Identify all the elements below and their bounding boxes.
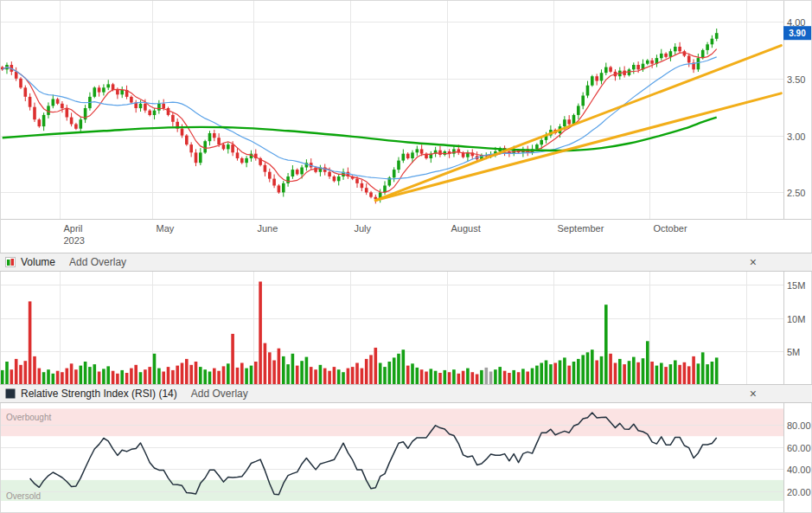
volume-bars-icon <box>5 257 16 267</box>
last-price-tag-value: 3.90 <box>789 29 806 38</box>
rsi-axis-label: 20.00 <box>787 487 811 497</box>
rsi-axis-label: 40.00 <box>787 465 811 475</box>
rsi-swatch-icon <box>5 388 16 399</box>
rsi-add-overlay-link[interactable]: Add Overlay <box>191 388 248 400</box>
stock-chart-widget: 4.003.503.002.50April2023MayJuneJulyAugu… <box>0 0 812 513</box>
oversold-label: Oversold <box>6 491 41 501</box>
volume-axis-label: 15M <box>787 280 805 291</box>
rsi-panel-header: Relative Strength Index (RSI) (14) Add O… <box>0 384 812 403</box>
x-axis-month-label: May <box>157 223 175 234</box>
volume-legend-icon <box>5 257 16 267</box>
x-axis-month-label: April <box>64 223 83 234</box>
volume-bars-layer <box>1 282 719 385</box>
ma-long-line <box>3 118 717 151</box>
x-axis-month-label: September <box>558 223 604 234</box>
x-axis-month-label: June <box>258 223 278 234</box>
overbought-band <box>0 408 783 436</box>
x-axis-month-label: August <box>451 223 481 234</box>
x-axis-month-label: October <box>654 223 687 234</box>
price-chart[interactable]: 4.003.503.002.50April2023MayJuneJulyAugu… <box>0 0 812 253</box>
volume-axis-label: 5M <box>787 347 800 357</box>
trendline-1[interactable] <box>375 46 781 201</box>
ma-slow-line <box>3 57 717 179</box>
volume-chart[interactable]: 15M10M5M <box>0 272 812 384</box>
volume-add-overlay-link[interactable]: Add Overlay <box>69 256 126 268</box>
overbought-label: Overbought <box>6 413 51 422</box>
rsi-axis-label: 80.00 <box>787 420 811 431</box>
rsi-legend-icon <box>5 388 16 399</box>
price-axis-label: 4.00 <box>787 17 805 28</box>
price-axis-label: 3.00 <box>787 131 805 142</box>
rsi-axis-label: 60.00 <box>787 443 811 453</box>
volume-axis-label: 10M <box>787 314 805 324</box>
price-axis-label: 3.50 <box>787 74 805 85</box>
x-axis-month-label: July <box>355 223 372 234</box>
volume-panel-header: Volume Add Overlay × <box>0 253 812 272</box>
volume-panel-title: Volume <box>21 256 55 268</box>
oversold-band <box>0 480 783 501</box>
volume-panel-close-button[interactable]: × <box>750 253 757 271</box>
rsi-panel-title: Relative Strength Index (RSI) (14) <box>21 388 177 400</box>
x-axis-year-label: 2023 <box>64 235 85 246</box>
price-axis-label: 2.50 <box>787 188 805 198</box>
rsi-chart[interactable]: 80.0060.0040.0020.00OverboughtOversold <box>0 403 812 513</box>
rsi-panel-close-button[interactable]: × <box>750 385 757 402</box>
